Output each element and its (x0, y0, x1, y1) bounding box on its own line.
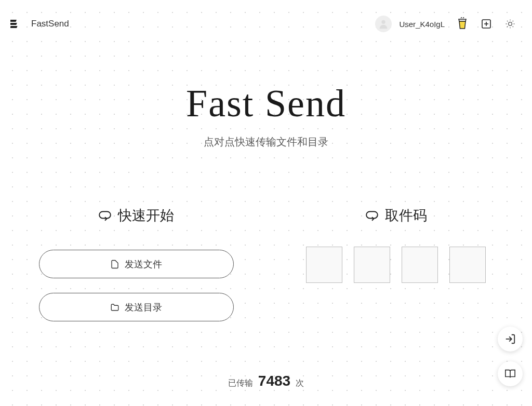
theme-sun-icon[interactable] (504, 18, 516, 30)
code-input-group (287, 247, 505, 283)
code-box-1[interactable] (306, 247, 342, 283)
send-dir-button[interactable]: 发送目录 (39, 293, 234, 321)
receive-icon (365, 209, 379, 222)
login-float-button[interactable] (498, 327, 523, 351)
add-icon[interactable] (480, 18, 493, 30)
hero-subtitle: 点对点快速传输文件和目录 (0, 135, 532, 149)
stats-count: 7483 (258, 373, 290, 389)
pickup-heading: 取件码 (287, 206, 505, 225)
svg-rect-2 (10, 26, 18, 28)
logo-area[interactable]: FastSend (10, 18, 69, 30)
stats-suffix: 次 (296, 378, 304, 389)
logo-icon (10, 18, 26, 30)
svg-point-5 (509, 22, 512, 26)
book-icon (504, 368, 516, 380)
send-icon (98, 209, 112, 222)
pickup-label: 取件码 (385, 206, 427, 225)
code-box-2[interactable] (354, 247, 390, 283)
svg-rect-1 (10, 23, 17, 25)
send-file-label: 发送文件 (125, 258, 162, 270)
stats-prefix: 已传输 (228, 378, 253, 389)
send-dir-label: 发送目录 (125, 301, 162, 314)
quick-start-heading: 快速开始 (27, 206, 245, 225)
avatar[interactable] (375, 16, 392, 32)
svg-rect-0 (10, 20, 17, 22)
app-name: FastSend (31, 19, 69, 29)
file-icon (110, 260, 119, 269)
code-box-3[interactable] (402, 247, 438, 283)
svg-point-3 (382, 20, 385, 24)
send-file-button[interactable]: 发送文件 (39, 250, 234, 278)
code-box-4[interactable] (449, 247, 486, 283)
login-icon (504, 333, 516, 345)
folder-icon (110, 303, 119, 312)
quick-start-label: 快速开始 (118, 206, 174, 225)
transfer-stats: 已传输 7483 次 (0, 373, 532, 389)
docs-float-button[interactable] (498, 361, 523, 386)
donate-cup-icon[interactable] (456, 18, 469, 30)
hero-title: Fast Send (0, 82, 532, 126)
username-label: User_K4oIgL (399, 20, 445, 29)
